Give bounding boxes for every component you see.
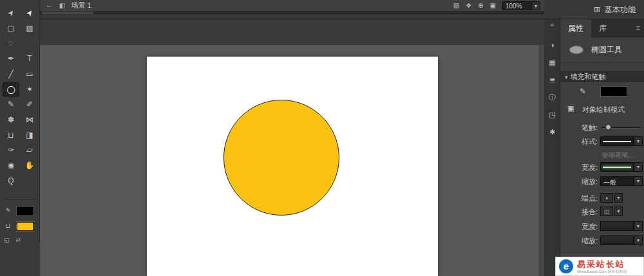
center-stage-icon[interactable]: ⊕ [478,2,483,9]
info-panel-icon[interactable]: ⓘ [544,89,560,105]
stage[interactable] [147,57,438,276]
bone-tool[interactable]: ⋈ [21,113,38,127]
eraser-icon: ▱ [26,145,32,154]
text-tool[interactable]: T [21,51,38,66]
stroke-size-slider-row: 笔触: [560,121,644,134]
fill-stroke-section-header[interactable]: ▾填充和笔触 [560,71,644,82]
subselection-tool[interactable]: ➤ [21,6,38,20]
width-select-secondary[interactable] [600,221,634,231]
brush-tool[interactable]: ✐ [21,97,38,111]
lasso-tool[interactable]: ◌ [3,36,19,50]
edit-bar: ← ◧ 场景 1 ▧❖⊕▣ 100% ▼ [40,0,544,12]
properties-panel-header: 属性库 ≡ [560,19,644,37]
width-select-secondary-row: 宽度:▼ [560,220,644,233]
workspace-icon: ⊞ [594,5,600,14]
stroke-style-select[interactable] [600,136,634,146]
stroke-pencil-icon: ✎ [580,87,586,96]
oval-shape[interactable] [223,100,339,216]
paint-bucket-icon: ⊔ [8,131,14,140]
collapse-panels-icon[interactable]: « [544,21,560,28]
tab-library[interactable]: 库 [591,19,614,37]
deco-icon: ✽ [8,115,14,124]
section-title: 填充和笔触 [571,73,606,80]
scene-breadcrumb[interactable]: 场景 1 [71,1,91,10]
clip-content-icon[interactable]: ▣ [490,2,496,9]
free-transform-tool[interactable]: ▢ [3,21,19,35]
tab-properties[interactable]: 属性 [560,19,591,37]
eyedropper-tool[interactable]: ✑ [3,143,19,157]
object-drawing-icon[interactable]: ▣ [567,104,574,113]
brush-library-panel-icon[interactable]: ✱ [544,124,560,140]
dropdown-arrow-icon[interactable]: ▼ [634,176,643,186]
deco-tool[interactable]: ✽ [3,113,19,127]
camera-tool[interactable]: ◉ [3,158,19,172]
stroke-scale-select[interactable]: 一般 [600,176,634,186]
edit-scene-icon[interactable]: ▧ [453,2,459,9]
stroke-join-select[interactable]: ◫ [600,207,613,216]
panel-icon-strip: « ◑▦≣ⓘ◳✱ [544,19,560,276]
scale-select-secondary[interactable] [600,235,634,245]
swatches-panel-icon[interactable]: ▦ [544,55,560,70]
align-panel-icon[interactable]: ≣ [544,72,560,87]
watermark-subtitle: Www.Easck.Com 易采站长站 [577,269,627,273]
zoom-tool[interactable]: Q [3,174,19,188]
stroke-cap-select-row: 端点:◖▼ [560,192,644,205]
eraser-tool[interactable]: ▱ [21,143,38,157]
property-label: 宽度: [560,222,598,232]
stroke-pencil-icon: ✎ [6,207,11,214]
dropdown-arrow-icon[interactable]: ▼ [614,193,623,203]
color-panel-icon[interactable]: ◑ [544,37,560,53]
zoom-control[interactable]: 100% ▼ [502,1,540,10]
pencil-tool[interactable]: ✎ [3,97,19,111]
divider [4,199,36,200]
zoom-dropdown-arrow-icon[interactable]: ▼ [532,1,540,10]
pen-tool[interactable]: ✒ [3,51,19,66]
camera-icon: ◉ [8,161,14,170]
edit-bar-icons: ▧❖⊕▣ [453,2,496,9]
property-label: 接合: [560,207,598,217]
properties-panel: 属性库 ≡ 椭圆工具 ▾填充和笔触 ✎ ▣ 对象绘制模式 笔触:样式:▼管理画笔… [560,19,644,276]
panel-menu-icon[interactable]: ≡ [636,24,640,32]
tools-panel: ➤➤▢▨◌✒T╱▭◯✶✎✐✽⋈⊔◨✑▱◉✋Q ✎ ⊔ ◱ ⇄ [0,0,40,243]
zoom-value[interactable]: 100% [502,1,532,10]
paint-bucket-tool[interactable]: ⊔ [3,128,19,142]
stroke-color-swatch[interactable] [17,207,33,216]
hand-icon: ✋ [25,161,35,170]
stroke-cap-select[interactable]: ◖ [600,193,613,203]
workspace-switcher[interactable]: ⊞ 基本功能 [594,0,644,19]
stroke-size-slider-knob[interactable] [605,124,611,130]
dropdown-arrow-icon[interactable]: ▼ [634,162,643,172]
ink-bottle-tool[interactable]: ◨ [21,128,38,142]
section-disclosure-icon[interactable]: ▾ [565,74,568,80]
gradient-transform-icon: ▨ [26,24,33,33]
line-tool[interactable]: ╱ [3,67,19,81]
gradient-transform-tool[interactable]: ▨ [21,21,38,35]
text-icon: T [27,54,32,63]
object-drawing-row[interactable]: ▣ 对象绘制模式 [560,103,644,116]
polystar-tool[interactable]: ✶ [21,82,38,97]
pencil-icon: ✎ [8,100,14,109]
swap-colors-icon[interactable]: ⇄ [16,237,21,243]
rectangle-tool[interactable]: ▭ [21,67,38,81]
stroke-color-swatch[interactable] [600,86,627,97]
default-colors-icon[interactable]: ◱ [4,237,10,243]
manage-brushes-link[interactable]: 管理画笔... [601,151,634,160]
dropdown-arrow-icon[interactable]: ▼ [634,235,643,245]
oval-tool[interactable]: ◯ [3,82,19,97]
property-label: 端点: [560,194,598,203]
stroke-width-profile-select[interactable] [600,162,634,172]
back-arrow-icon[interactable]: ← [46,0,53,11]
stroke-scale-select-row: 缩放:一般▼ [560,175,644,188]
hand-tool[interactable]: ✋ [21,158,38,172]
dropdown-arrow-icon[interactable]: ▼ [634,136,643,146]
fill-color-swatch[interactable] [17,222,33,231]
edit-symbols-icon[interactable]: ❖ [466,2,471,9]
pasteboard[interactable] [40,45,544,276]
vertical-scrollbar[interactable] [539,45,544,276]
dropdown-arrow-icon[interactable]: ▼ [634,221,643,231]
transform-panel-icon[interactable]: ◳ [544,107,560,122]
scene-clapper-icon: ◧ [59,2,65,9]
selection-tool[interactable]: ➤ [3,6,19,20]
property-label: 宽度: [560,163,598,172]
dropdown-arrow-icon[interactable]: ▼ [614,207,623,216]
